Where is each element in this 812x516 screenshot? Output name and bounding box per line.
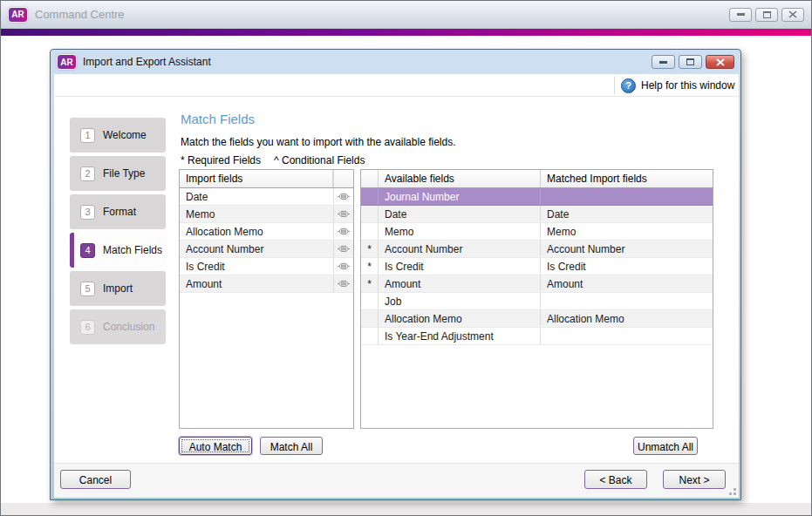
help-separator [614,77,615,94]
step-label: Welcome [103,129,147,141]
window-client-area: AR Import and Export Assistant ? Help fo… [1,36,811,516]
step-number: 3 [80,205,95,220]
match-all-button[interactable]: Match All [260,437,323,455]
help-question-icon: ? [621,78,636,93]
dialog-logo-icon: AR [57,54,77,70]
legend-required: * Required Fields [181,154,261,166]
dialog-title: Import and Export Assistant [83,56,211,68]
command-centre-window: AR Command Centre AR Import and Export A… [0,0,812,516]
table-row[interactable]: Date Date [361,206,713,223]
window-bottom-shade [1,503,811,516]
brand-gradient-bar [1,29,811,36]
step-tab-conclusion: 6 Conclusion [70,309,166,344]
table-row[interactable]: Amount [180,275,353,293]
step-tab-format[interactable]: 3 Format [70,194,166,229]
step-number: 6 [80,320,95,335]
link-icon [333,188,353,205]
app-logo-icon: AR [8,7,28,23]
available-fields-header: Available fields [379,170,541,187]
table-row[interactable]: Job [361,293,713,310]
match-fields-header: Available fields Matched Import fields [361,170,713,188]
available-field: Date [379,206,541,222]
step-tab-file-type[interactable]: 2 File Type [70,156,166,191]
dialog-client-area: ? Help for this window 1 Welcome 2 File … [54,74,739,498]
cancel-button[interactable]: Cancel [60,470,131,489]
window-controls [726,8,804,22]
required-marker [361,293,379,309]
step-tab-import[interactable]: 5 Import [70,271,166,306]
fields-legend: * Required Fields ^ Conditional Fields [181,154,365,166]
legend-conditional: ^ Conditional Fields [274,154,365,166]
import-field-name: Account Number [180,241,333,257]
step-tab-welcome[interactable]: 1 Welcome [70,118,166,153]
table-row[interactable]: Allocation Memo [180,223,353,241]
dialog-minimize-icon [659,61,667,64]
import-field-name: Date [180,188,333,205]
import-fields-table: Import fields Date Memo Allocation Memo [179,169,354,429]
table-row[interactable]: Is Credit [180,258,353,275]
available-field: Memo [379,223,541,240]
match-fields-table: Available fields Matched Import fields J… [360,169,713,429]
step-number: 2 [80,166,95,181]
back-button[interactable]: < Back [584,470,647,489]
step-number: 4 [80,243,95,258]
table-row[interactable]: * Is Credit Is Credit [361,258,713,275]
table-row[interactable]: Memo [180,206,353,223]
step-label: Match Fields [103,244,162,256]
required-marker: * [361,258,379,275]
required-marker [361,310,379,327]
auto-match-button[interactable]: Auto Match [179,437,252,455]
matched-field [541,188,713,205]
table-row[interactable]: Account Number [180,241,353,258]
dialog-close-icon [716,58,725,66]
minimize-button[interactable] [729,8,752,22]
table-row[interactable]: Is Year-End Adjustment [361,328,713,345]
table-row[interactable]: * Account Number Account Number [361,241,713,258]
table-row-selected[interactable]: Journal Number [361,188,713,206]
close-button[interactable] [781,8,804,22]
dialog-maximize-button[interactable] [679,55,702,69]
help-label: Help for this window [641,79,734,92]
import-fields-header-label: Import fields [180,170,333,187]
available-field: Is Year-End Adjustment [379,328,541,344]
maximize-icon [763,11,771,18]
unmatch-all-button[interactable]: Unmatch All [633,437,698,455]
table-row[interactable]: Date [180,188,353,206]
step-tab-match-fields[interactable]: 4 Match Fields [70,233,166,268]
step-number: 5 [80,282,95,296]
required-marker [361,206,379,222]
dialog-minimize-button[interactable] [652,55,675,69]
required-marker: * [361,275,379,292]
available-field: Account Number [379,241,541,257]
step-label: Import [103,282,133,295]
resize-grip[interactable] [728,487,736,495]
import-field-name: Is Credit [180,258,333,275]
import-fields-header: Import fields [180,170,353,188]
table-row[interactable]: Memo Memo [361,223,713,241]
available-field: Job [379,293,541,309]
dialog-maximize-icon [686,58,694,65]
minimize-icon [737,13,745,16]
dialog-close-button[interactable] [706,55,734,69]
page-description: Match the fields you want to import with… [181,136,456,148]
help-toolbar: ? Help for this window [54,74,739,97]
import-field-name: Amount [180,275,333,292]
dialog-controls [648,55,734,69]
link-column-header [333,170,353,187]
maximize-button[interactable] [755,8,778,22]
page-title: Match Fields [181,112,255,126]
table-row[interactable]: * Amount Amount [361,275,713,293]
matched-field [541,328,713,344]
available-field: Is Credit [379,258,541,275]
help-button[interactable]: ? Help for this window [621,76,734,95]
import-field-name: Allocation Memo [180,223,333,240]
table-row[interactable]: Allocation Memo Allocation Memo [361,310,713,328]
dialog-titlebar: AR Import and Export Assistant [51,50,740,74]
required-marker [361,223,379,240]
link-icon [333,258,353,275]
required-marker [361,188,379,205]
next-button[interactable]: Next > [663,470,726,489]
matched-field [541,293,713,309]
matched-field: Amount [541,275,713,292]
step-label: Conclusion [103,321,154,333]
